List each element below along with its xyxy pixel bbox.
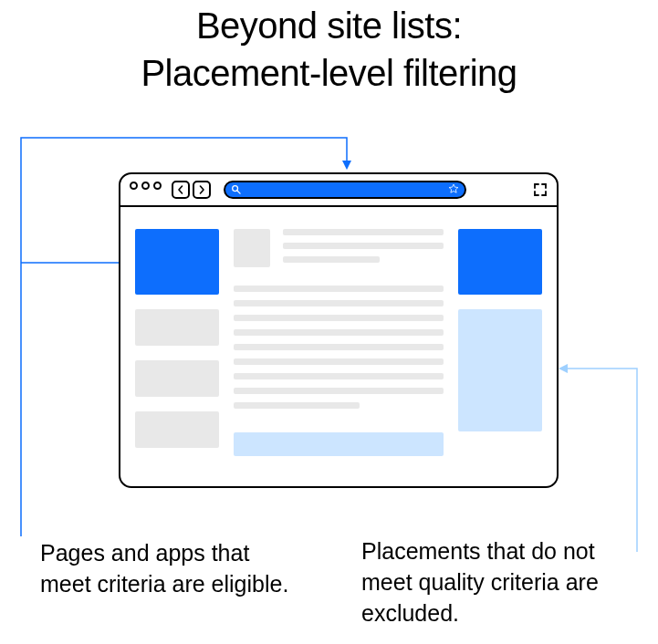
thumbnail [234, 229, 270, 267]
ad-placement-excluded [458, 309, 542, 431]
chevron-right-icon [197, 185, 206, 194]
window-controls [130, 182, 162, 190]
fullscreen-icon [533, 182, 548, 197]
text-line [234, 402, 360, 409]
text-line [234, 300, 444, 306]
fullscreen-button[interactable] [533, 182, 548, 197]
window-dot [153, 182, 162, 190]
text-line [234, 388, 444, 394]
chevron-left-icon [176, 185, 185, 194]
caption-eligible: Pages and apps that meet criteria are el… [40, 538, 296, 600]
text-line [234, 373, 444, 379]
window-dot [141, 182, 150, 190]
svg-line-1 [237, 191, 240, 193]
title-line-1: Beyond site lists: [196, 5, 462, 46]
ad-placement-excluded-footer [234, 432, 444, 456]
forward-button[interactable] [193, 181, 211, 199]
paragraph-block [234, 286, 444, 409]
text-line [234, 358, 444, 365]
content-block [135, 360, 219, 397]
article-row [234, 229, 444, 267]
page-content [120, 207, 557, 486]
text-line [283, 243, 444, 249]
nav-buttons [172, 181, 211, 199]
back-button[interactable] [172, 181, 190, 199]
text-line [283, 229, 444, 235]
address-bar[interactable] [224, 181, 466, 199]
caption-excluded: Placements that do not meet quality crit… [361, 536, 635, 628]
left-column [135, 229, 219, 475]
search-icon [231, 182, 241, 198]
star-icon [448, 182, 459, 198]
window-dot [130, 182, 138, 190]
content-block [135, 309, 219, 346]
content-block [135, 411, 219, 448]
text-lines [283, 229, 444, 267]
browser-titlebar [120, 174, 557, 207]
ad-placement-eligible [135, 229, 219, 295]
diagram-title: Beyond site lists: Placement-level filte… [0, 2, 658, 97]
text-line [234, 315, 444, 321]
text-line [234, 329, 444, 336]
text-line [283, 256, 380, 263]
text-line [234, 286, 444, 292]
browser-window [119, 172, 559, 488]
center-column [234, 229, 444, 475]
ad-placement-eligible [458, 229, 542, 295]
right-column [458, 229, 542, 475]
title-line-2: Placement-level filtering [141, 53, 517, 93]
text-line [234, 344, 444, 350]
